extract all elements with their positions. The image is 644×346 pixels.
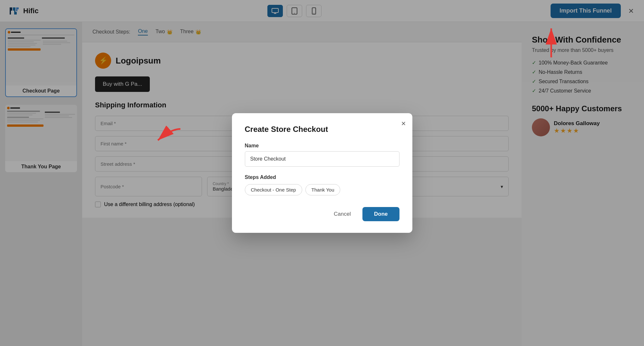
steps-tags: Checkout - One Step Thank You [245,184,399,195]
modal-close-btn[interactable]: × [401,119,406,128]
modal-done-btn[interactable]: Done [362,207,399,221]
modal-actions: Cancel Done [245,207,399,221]
steps-added-label: Steps Added [245,174,399,180]
create-store-checkout-modal: Create Store Checkout × Name Steps Added… [232,113,412,233]
modal-name-label: Name [245,143,399,149]
step-tag-1: Thank You [305,184,341,195]
modal-title: Create Store Checkout [245,125,399,134]
step-tag-0: Checkout - One Step [245,184,302,195]
modal-cancel-btn[interactable]: Cancel [327,208,357,221]
modal-name-input[interactable] [245,151,399,167]
modal-overlay[interactable]: Create Store Checkout × Name Steps Added… [0,0,644,346]
